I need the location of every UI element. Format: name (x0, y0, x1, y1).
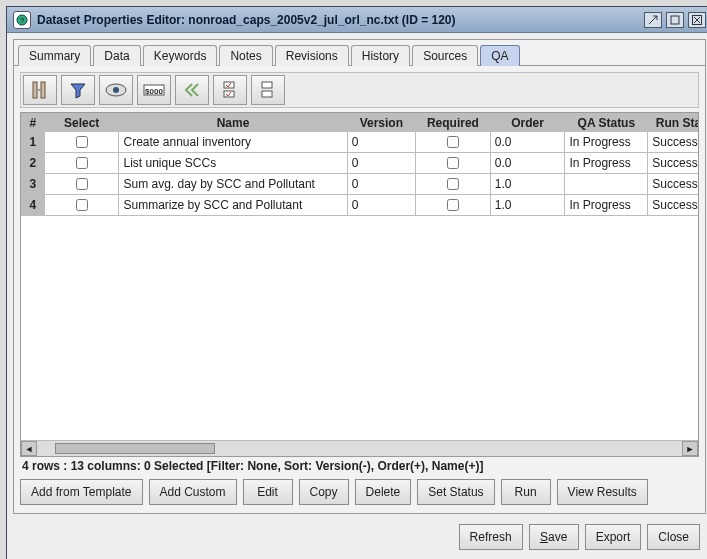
select-cell[interactable] (44, 195, 119, 216)
btn-label-rest: ave (548, 530, 567, 544)
required-checkbox[interactable] (447, 136, 459, 148)
run-status-cell: Success (648, 132, 698, 153)
tab-label: Keywords (154, 49, 207, 63)
scroll-track[interactable] (37, 441, 682, 456)
footer-button-row: Refresh Save Export Close (19, 520, 700, 552)
scroll-right-icon[interactable]: ► (682, 441, 698, 456)
copy-button[interactable]: Copy (299, 479, 349, 505)
name-cell: Create annual inventory (119, 132, 347, 153)
checklist-icon[interactable] (213, 75, 247, 105)
scroll-thumb[interactable] (55, 443, 215, 454)
window-buttons (644, 12, 706, 28)
refresh-button[interactable]: Refresh (459, 524, 523, 550)
filter-icon[interactable] (61, 75, 95, 105)
first-page-icon[interactable] (175, 75, 209, 105)
name-cell: Summarize by SCC and Pollutant (119, 195, 347, 216)
required-checkbox[interactable] (447, 178, 459, 190)
tab-summary[interactable]: Summary (18, 45, 91, 66)
select-cell[interactable] (44, 132, 119, 153)
tab-qa[interactable]: QA (480, 45, 519, 66)
titlebar: ? Dataset Properties Editor: nonroad_cap… (7, 7, 707, 33)
name-cell: Sum avg. day by SCC and Pollutant (119, 174, 347, 195)
close-button[interactable] (688, 12, 706, 28)
col-required[interactable]: Required (416, 114, 491, 132)
col-run-status[interactable]: Run Statu (648, 114, 698, 132)
order-cell: 0.0 (490, 153, 565, 174)
name-cell: List unique SCCs (119, 153, 347, 174)
tab-panel: Summary Data Keywords Notes Revisions Hi… (13, 39, 706, 514)
col-order[interactable]: Order (490, 114, 565, 132)
tab-sources[interactable]: Sources (412, 45, 478, 66)
table-row[interactable]: 3Sum avg. day by SCC and Pollutant01.0Su… (22, 174, 699, 195)
close-window-button[interactable]: Close (647, 524, 700, 550)
tab-notes[interactable]: Notes (219, 45, 272, 66)
col-name[interactable]: Name (119, 114, 347, 132)
columns-icon[interactable] (23, 75, 57, 105)
svg-rect-4 (33, 82, 37, 98)
required-cell[interactable] (416, 174, 491, 195)
row-number: 2 (22, 153, 45, 174)
set-status-button[interactable]: Set Status (417, 479, 494, 505)
add-custom-button[interactable]: Add Custom (149, 479, 237, 505)
edit-button[interactable]: Edit (243, 479, 293, 505)
detach-button[interactable] (644, 12, 662, 28)
required-cell[interactable] (416, 132, 491, 153)
delete-button[interactable]: Delete (355, 479, 412, 505)
select-checkbox[interactable] (76, 199, 88, 211)
col-select[interactable]: Select (44, 114, 119, 132)
qa-grid: # Select Name Version Required Order QA … (20, 112, 699, 457)
select-checkbox[interactable] (76, 157, 88, 169)
select-cell[interactable] (44, 174, 119, 195)
uncheck-icon[interactable] (251, 75, 285, 105)
format-icon[interactable]: $000 (137, 75, 171, 105)
tab-label: Data (104, 49, 129, 63)
run-status-cell: Success (648, 153, 698, 174)
qa-tab-body: $000 # Se (14, 65, 705, 513)
mnemonic: S (540, 530, 548, 544)
tab-data[interactable]: Data (93, 45, 140, 66)
tab-keywords[interactable]: Keywords (143, 45, 218, 66)
row-number: 4 (22, 195, 45, 216)
col-qa-status[interactable]: QA Status (565, 114, 648, 132)
select-checkbox[interactable] (76, 178, 88, 190)
required-checkbox[interactable] (447, 157, 459, 169)
tab-label: Revisions (286, 49, 338, 63)
version-cell: 0 (347, 132, 415, 153)
table-row[interactable]: 1Create annual inventory00.0In ProgressS… (22, 132, 699, 153)
export-button[interactable]: Export (585, 524, 642, 550)
add-from-template-button[interactable]: Add from Template (20, 479, 143, 505)
svg-text:$000: $000 (145, 87, 163, 96)
select-cell[interactable] (44, 153, 119, 174)
row-number: 1 (22, 132, 45, 153)
required-checkbox[interactable] (447, 199, 459, 211)
required-cell[interactable] (416, 195, 491, 216)
grid-scroll[interactable]: # Select Name Version Required Order QA … (21, 113, 698, 440)
col-row-num[interactable]: # (22, 114, 45, 132)
window-title: Dataset Properties Editor: nonroad_caps_… (37, 13, 638, 27)
required-cell[interactable] (416, 153, 491, 174)
app-icon: ? (13, 11, 31, 29)
svg-rect-5 (41, 82, 45, 98)
order-cell: 1.0 (490, 195, 565, 216)
version-cell: 0 (347, 153, 415, 174)
view-results-button[interactable]: View Results (557, 479, 648, 505)
order-cell: 1.0 (490, 174, 565, 195)
tab-history[interactable]: History (351, 45, 410, 66)
header-row: # Select Name Version Required Order QA … (22, 114, 699, 132)
eye-icon[interactable] (99, 75, 133, 105)
run-button[interactable]: Run (501, 479, 551, 505)
content-area: Summary Data Keywords Notes Revisions Hi… (7, 33, 707, 559)
table-row[interactable]: 2List unique SCCs00.0In ProgressSuccess (22, 153, 699, 174)
select-checkbox[interactable] (76, 136, 88, 148)
scroll-left-icon[interactable]: ◄ (21, 441, 37, 456)
tab-label: QA (491, 49, 508, 63)
table-row[interactable]: 4Summarize by SCC and Pollutant01.0In Pr… (22, 195, 699, 216)
save-button[interactable]: Save (529, 524, 579, 550)
tab-label: Sources (423, 49, 467, 63)
grid-status-line: 4 rows : 13 columns: 0 Selected [Filter:… (20, 457, 699, 475)
maximize-button[interactable] (666, 12, 684, 28)
horizontal-scrollbar[interactable]: ◄ ► (21, 440, 698, 456)
tab-revisions[interactable]: Revisions (275, 45, 349, 66)
row-number: 3 (22, 174, 45, 195)
col-version[interactable]: Version (347, 114, 415, 132)
